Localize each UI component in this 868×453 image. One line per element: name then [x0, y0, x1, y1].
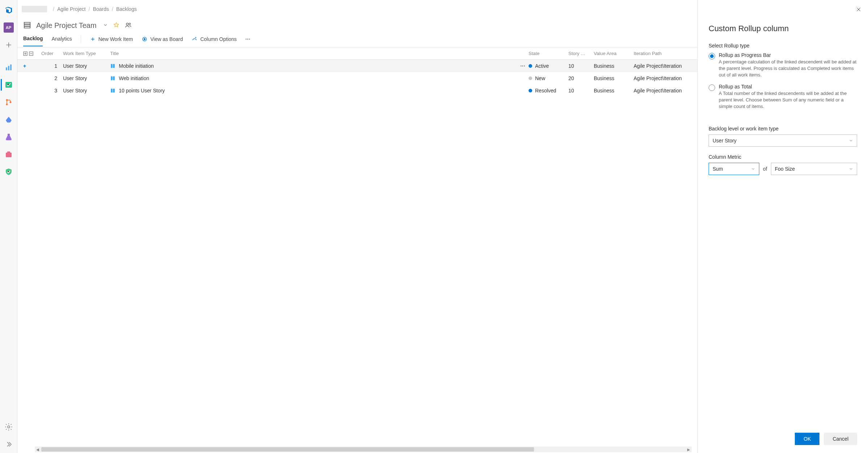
new-work-item-button[interactable]: New Work Item [90, 36, 133, 46]
repos-icon[interactable] [1, 94, 17, 110]
svg-rect-0 [6, 67, 7, 70]
backlog-level-label: Backlog level or work item type [709, 126, 857, 132]
svg-rect-23 [113, 88, 115, 92]
cell-value-area: Business [594, 63, 634, 69]
breadcrumb-boards[interactable]: Boards [93, 6, 109, 12]
svg-rect-18 [111, 64, 113, 68]
col-value-area[interactable]: Value Area [594, 51, 634, 56]
cell-state: Active [529, 63, 568, 69]
expand-collapse-all[interactable] [23, 51, 41, 56]
pipelines-icon[interactable] [1, 112, 17, 128]
project-badge[interactable]: AP [1, 20, 17, 36]
breadcrumb-project[interactable]: Agile Project [57, 6, 86, 12]
grid-header-row: Order Work Item Type Title State Story …… [17, 47, 697, 60]
tab-analytics[interactable]: Analytics [51, 36, 72, 46]
compliance-icon[interactable] [1, 164, 17, 180]
backlog-icon [23, 21, 31, 30]
toolbar-more-icon[interactable]: ⋯ [245, 36, 251, 46]
chevron-down-icon [849, 138, 853, 143]
svg-rect-10 [24, 22, 30, 24]
team-picker-chevron-icon[interactable] [101, 22, 108, 29]
svg-rect-8 [7, 151, 10, 153]
tab-backlog[interactable]: Backlog [23, 36, 43, 46]
new-item-icon[interactable] [1, 37, 17, 53]
cell-title[interactable]: Mobile initiation [110, 63, 507, 69]
breadcrumb-backlogs[interactable]: Backlogs [116, 6, 137, 12]
test-plans-icon[interactable] [1, 129, 17, 145]
dashboards-icon[interactable] [1, 59, 17, 75]
svg-point-5 [6, 104, 8, 105]
cell-story-points: 10 [568, 63, 594, 69]
cell-story-points: 20 [568, 75, 594, 81]
cell-title[interactable]: 10 points User Story [110, 88, 507, 93]
col-work-item-type[interactable]: Work Item Type [63, 51, 110, 56]
team-header: Agile Project Team [17, 18, 697, 30]
svg-rect-2 [10, 65, 12, 70]
cell-value-area: Business [594, 75, 634, 81]
cell-work-item-type: User Story [63, 88, 110, 93]
radio-progress-bar-input[interactable] [709, 53, 715, 59]
col-order[interactable]: Order [41, 51, 63, 56]
artifacts-icon[interactable] [1, 146, 17, 162]
table-row[interactable]: +1User StoryMobile initiation⋯Active10Bu… [17, 60, 697, 72]
radio-total-input[interactable] [709, 84, 715, 91]
svg-point-14 [129, 23, 130, 25]
team-members-icon[interactable] [125, 21, 132, 30]
user-story-icon [110, 75, 116, 81]
cell-story-points: 10 [568, 88, 594, 93]
radio-progress-bar[interactable]: Rollup as Progress Bar A percentage calc… [709, 52, 857, 79]
chevron-down-icon [849, 167, 853, 171]
boards-icon[interactable] [1, 77, 17, 93]
org-placeholder [22, 6, 47, 12]
new-work-item-label: New Work Item [99, 36, 133, 42]
cell-iteration: Agile Project\Iteration [634, 63, 692, 69]
toolbar-separator [81, 35, 81, 43]
col-iteration-path[interactable]: Iteration Path [634, 51, 692, 56]
favorite-star-icon[interactable] [113, 22, 120, 29]
close-panel-button[interactable] [856, 7, 861, 13]
table-row[interactable]: +2User StoryWeb initiation⋯New20Business… [17, 72, 697, 84]
view-as-board-label: View as Board [150, 36, 183, 42]
tabs-toolbar: Backlog Analytics New Work Item View as … [17, 30, 697, 47]
svg-rect-12 [24, 26, 30, 28]
team-name[interactable]: Agile Project Team [36, 21, 96, 30]
metric-field-dropdown[interactable]: Foo Size [771, 163, 857, 175]
column-options-label: Column Options [200, 36, 237, 42]
svg-rect-19 [113, 64, 115, 68]
backlog-grid: Order Work Item Type Title State Story …… [17, 47, 697, 446]
metric-of-text: of [763, 166, 767, 172]
user-story-icon [110, 88, 116, 93]
column-options-button[interactable]: Column Options [192, 36, 237, 46]
svg-point-4 [6, 99, 8, 101]
radio-progress-bar-desc: A percentage calculation of the linked d… [719, 59, 857, 79]
horizontal-scrollbar[interactable]: ◀ ▶ [35, 446, 692, 452]
chevron-down-icon [751, 167, 755, 171]
settings-icon[interactable] [1, 419, 17, 435]
azure-devops-logo[interactable] [1, 2, 17, 18]
expand-rail-icon[interactable] [1, 436, 17, 452]
row-more-icon[interactable]: ⋯ [507, 63, 529, 69]
add-child-icon[interactable]: + [23, 63, 41, 69]
cancel-button[interactable]: Cancel [824, 433, 857, 445]
cell-state: New [529, 75, 568, 81]
svg-rect-11 [24, 24, 30, 26]
col-story-points[interactable]: Story … [568, 51, 594, 56]
view-as-board-button[interactable]: View as Board [142, 36, 183, 46]
radio-total-desc: A Total number of the linked descendents… [719, 90, 857, 110]
backlog-level-dropdown[interactable]: User Story [709, 134, 857, 147]
metric-aggregation-dropdown[interactable]: Sum [709, 163, 759, 175]
cell-title[interactable]: Web initiation [110, 75, 507, 81]
column-metric-label: Column Metric [709, 154, 857, 160]
cell-state: Resolved [529, 88, 568, 93]
radio-total[interactable]: Rollup as Total A Total number of the li… [709, 84, 857, 110]
user-story-icon [110, 63, 116, 69]
radio-progress-bar-title: Rollup as Progress Bar [719, 52, 857, 58]
cell-order: 2 [41, 75, 63, 81]
custom-rollup-panel: Custom Rollup column Select Rollup type … [698, 0, 868, 453]
table-row[interactable]: +3User Story10 points User Story⋯Resolve… [17, 84, 697, 97]
col-state[interactable]: State [529, 51, 568, 56]
col-title[interactable]: Title [110, 51, 507, 56]
ok-button[interactable]: OK [795, 433, 819, 445]
svg-rect-22 [111, 88, 113, 92]
cell-iteration: Agile Project\Iteration [634, 75, 692, 81]
